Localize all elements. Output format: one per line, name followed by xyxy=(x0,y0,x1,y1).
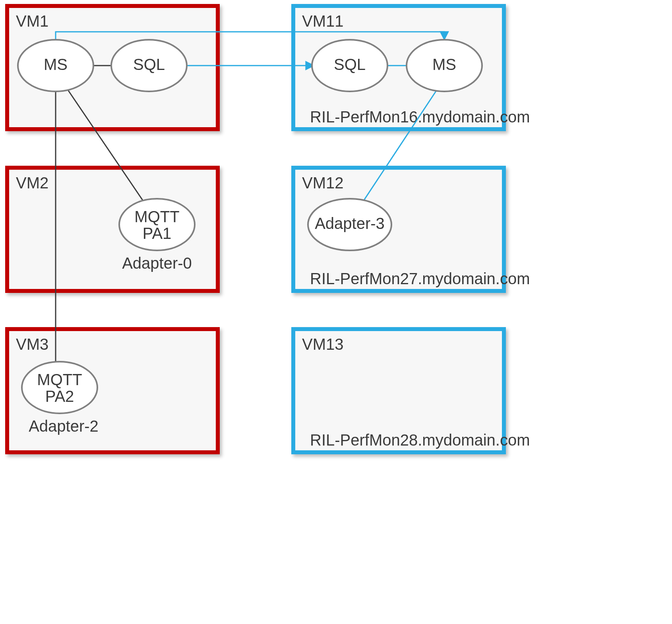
node-vm1-ms-label: MS xyxy=(44,56,68,73)
vm11-title: VM11 xyxy=(302,12,344,30)
diagram-root: VM1 VM11 RIL-PerfMon16.mydomain.com VM2 … xyxy=(0,0,672,624)
vm13-title: VM13 xyxy=(302,335,344,353)
node-vm2-mqtt-l2: PA1 xyxy=(143,225,172,242)
vm-box-vm13: VM13 RIL-PerfMon28.mydomain.com xyxy=(293,329,530,452)
node-vm3-sublabel: Adapter-2 xyxy=(29,417,99,435)
node-vm3-mqtt-l2: PA2 xyxy=(45,388,74,405)
vm13-host: RIL-PerfMon28.mydomain.com xyxy=(310,431,530,449)
node-vm1-sql-label: SQL xyxy=(133,56,165,73)
node-vm2-mqtt-l1: MQTT xyxy=(134,208,179,225)
node-vm11-ms: MS xyxy=(407,40,482,91)
node-vm1-sql: SQL xyxy=(111,40,187,91)
node-vm12-adapter-label: Adapter-3 xyxy=(315,215,385,232)
node-vm2-sublabel: Adapter-0 xyxy=(122,254,192,272)
node-vm3-mqtt: MQTT PA2 xyxy=(22,362,97,413)
vm12-title: VM12 xyxy=(302,174,344,192)
node-vm3-mqtt-l1: MQTT xyxy=(37,371,82,388)
vm12-host: RIL-PerfMon27.mydomain.com xyxy=(310,270,530,287)
node-vm11-sql: SQL xyxy=(312,40,387,91)
node-vm1-ms: MS xyxy=(18,40,93,91)
node-vm2-mqtt: MQTT PA1 xyxy=(119,199,195,250)
node-vm12-adapter: Adapter-3 xyxy=(308,199,391,250)
vm3-title: VM3 xyxy=(16,335,48,353)
vm11-host: RIL-PerfMon16.mydomain.com xyxy=(310,108,530,126)
vm2-title: VM2 xyxy=(16,174,48,192)
node-vm11-ms-label: MS xyxy=(432,56,456,73)
node-vm11-sql-label: SQL xyxy=(334,56,366,73)
vm1-title: VM1 xyxy=(16,12,48,30)
